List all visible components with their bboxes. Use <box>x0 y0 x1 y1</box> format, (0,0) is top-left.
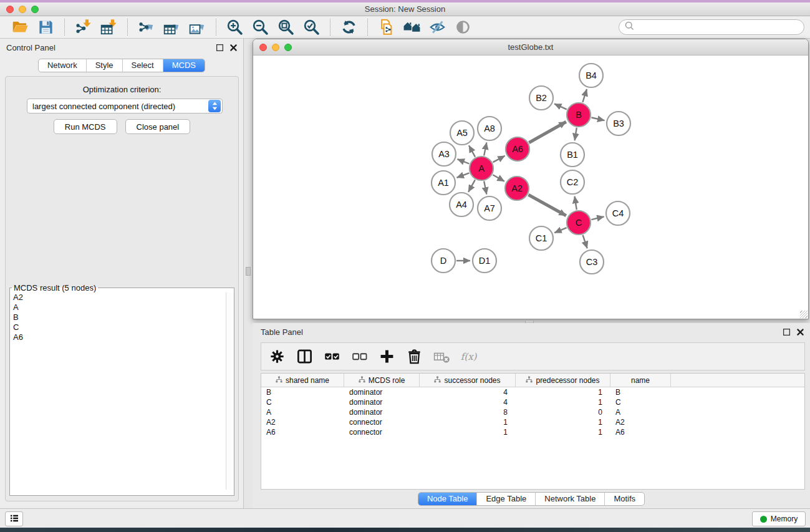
graph-edge-A-A7[interactable] <box>484 181 486 195</box>
tab-node-table[interactable]: Node Table <box>418 493 478 505</box>
table-cell[interactable]: 1 <box>420 428 516 437</box>
memory-button[interactable]: Memory <box>752 511 806 526</box>
tab-network-table[interactable]: Network Table <box>536 493 605 505</box>
table-cell[interactable]: C <box>261 398 344 407</box>
resize-handle[interactable] <box>800 311 808 318</box>
tab-motifs[interactable]: Motifs <box>605 493 644 505</box>
zoom-in-icon[interactable] <box>222 18 248 37</box>
criterion-select[interactable]: largest connected component (directed) <box>27 99 223 114</box>
table-cell[interactable]: A6 <box>610 428 671 437</box>
graph-edge-A-A5[interactable] <box>469 145 475 157</box>
search-box[interactable] <box>619 19 804 35</box>
graph-edge-C-C3[interactable] <box>583 235 587 248</box>
hide-details-icon[interactable] <box>425 18 450 37</box>
duplicate-network-icon[interactable] <box>374 18 399 37</box>
table-cell[interactable]: A2 <box>610 418 671 427</box>
column-layout-icon[interactable] <box>295 347 314 366</box>
table-cell[interactable]: connector <box>344 418 420 427</box>
home-icon[interactable] <box>399 18 425 37</box>
float-table-panel-icon[interactable] <box>781 327 791 337</box>
graph-edge-B-B1[interactable] <box>575 128 577 141</box>
refresh-icon[interactable] <box>336 18 362 37</box>
table-row[interactable]: Bdominator41B <box>261 387 804 397</box>
tab-select[interactable]: Select <box>123 59 163 72</box>
graph-edge-B-B2[interactable] <box>554 104 567 109</box>
table-cell[interactable]: 4 <box>420 398 516 407</box>
graph-edge-A-A6[interactable] <box>493 156 505 162</box>
mcds-result-list[interactable]: A2ABCA6 <box>10 293 234 495</box>
table-settings-icon[interactable] <box>268 347 286 366</box>
splitter-handle-vertical[interactable] <box>246 267 251 276</box>
table-cell[interactable]: 1 <box>420 418 516 427</box>
column-header-successor-nodes[interactable]: successor nodes <box>420 374 516 387</box>
table-cell[interactable]: 1 <box>516 418 610 427</box>
graph-edge-C-C1[interactable] <box>554 228 566 233</box>
table-cell[interactable]: 1 <box>516 388 610 397</box>
table-cell[interactable]: B <box>610 388 671 397</box>
save-session-icon[interactable] <box>33 18 59 37</box>
close-panel-icon[interactable] <box>228 42 238 52</box>
select-all-icon[interactable] <box>322 347 341 366</box>
table-cell[interactable]: dominator <box>344 388 420 397</box>
table-cell[interactable]: dominator <box>344 408 420 417</box>
graph-edge-A2-C[interactable] <box>528 195 566 216</box>
table-cell[interactable]: A <box>261 408 344 417</box>
export-table-icon[interactable] <box>159 18 185 37</box>
table-cell[interactable]: A6 <box>261 428 344 437</box>
open-file-icon[interactable] <box>7 18 33 37</box>
tab-network[interactable]: Network <box>39 59 87 72</box>
network-canvas[interactable]: B4B2BB3A5A8A6A3B1AA1C2A2A4A7C4CC1DD1C3 <box>253 56 808 319</box>
tab-mcds[interactable]: MCDS <box>163 59 205 72</box>
zoom-fit-icon[interactable] <box>273 18 299 37</box>
tab-edge-table[interactable]: Edge Table <box>477 493 536 505</box>
export-network-icon[interactable] <box>133 18 159 37</box>
deselect-all-icon[interactable] <box>350 347 369 366</box>
graph-edge-C-C4[interactable] <box>591 216 604 220</box>
graph-edge-A-A4[interactable] <box>468 180 475 192</box>
table-cell[interactable]: 0 <box>516 408 610 417</box>
table-row[interactable]: A6connector11A6 <box>261 427 804 437</box>
table-cell[interactable]: C <box>610 398 671 407</box>
delete-row-icon[interactable] <box>405 347 423 366</box>
export-image-icon[interactable] <box>185 18 210 37</box>
graph-edge-A6-B[interactable] <box>529 122 566 142</box>
mcds-result-item[interactable]: A2 <box>10 293 234 302</box>
table-row[interactable]: Cdominator41C <box>261 397 804 407</box>
import-table-icon[interactable] <box>96 18 122 37</box>
table-row[interactable]: A2connector11A2 <box>261 417 804 427</box>
graph-edge-A-A3[interactable] <box>458 159 470 163</box>
table-cell[interactable]: A2 <box>261 418 344 427</box>
import-network-icon[interactable] <box>70 18 96 37</box>
graph-edge-A-A2[interactable] <box>493 175 504 181</box>
delete-table-icon[interactable] <box>432 347 451 366</box>
search-input[interactable] <box>635 21 804 34</box>
table-cell[interactable]: 4 <box>420 388 516 397</box>
table-cell[interactable]: connector <box>344 428 420 437</box>
show-graphics-icon[interactable] <box>450 18 476 37</box>
graph-edge-A-A8[interactable] <box>484 143 486 156</box>
table-cell[interactable]: 1 <box>516 428 610 437</box>
column-header-name[interactable]: name <box>610 374 671 387</box>
run-mcds-button[interactable]: Run MCDS <box>54 119 117 134</box>
column-header-mcds-role[interactable]: MCDS role <box>344 374 420 387</box>
close-table-panel-icon[interactable] <box>795 327 805 337</box>
tab-style[interactable]: Style <box>87 59 123 72</box>
mcds-result-item[interactable]: B <box>10 312 234 322</box>
zoom-selected-icon[interactable] <box>299 18 324 37</box>
function-builder-icon[interactable]: f(x) <box>460 347 478 366</box>
result-scrollbar[interactable] <box>226 293 234 490</box>
table-cell[interactable]: dominator <box>344 398 420 407</box>
zoom-out-icon[interactable] <box>248 18 273 37</box>
graph-edge-A-A1[interactable] <box>457 173 470 178</box>
table-cell[interactable]: B <box>261 388 344 397</box>
column-header-predecessor-nodes[interactable]: predecessor nodes <box>516 374 610 387</box>
float-panel-icon[interactable] <box>215 42 224 52</box>
graph-edge-B-B3[interactable] <box>592 118 605 121</box>
task-history-button[interactable] <box>5 511 23 526</box>
table-cell[interactable]: 1 <box>516 398 610 407</box>
table-row[interactable]: Adominator80A <box>261 407 804 417</box>
close-panel-button[interactable]: Close panel <box>125 119 191 134</box>
graph-edge-B-B4[interactable] <box>582 89 587 102</box>
mcds-result-item[interactable]: C <box>10 322 234 332</box>
add-row-icon[interactable] <box>377 347 396 366</box>
